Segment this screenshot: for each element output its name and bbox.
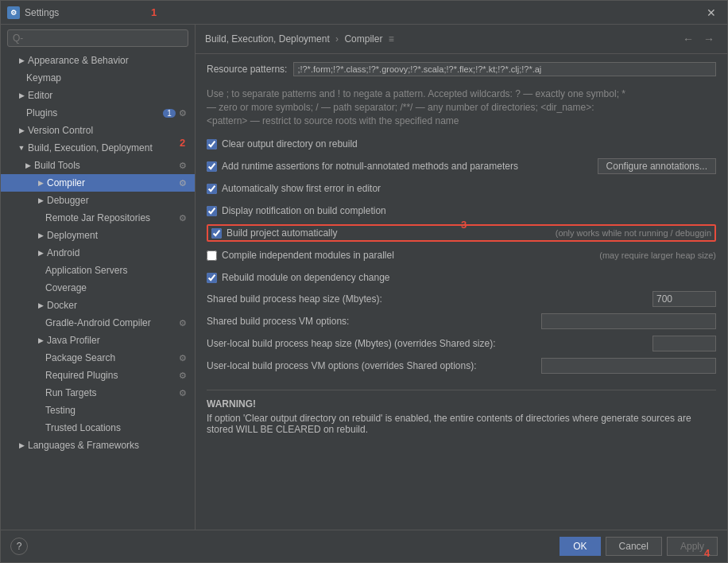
resource-patterns-input[interactable] xyxy=(293,62,716,76)
add-runtime-checkbox[interactable] xyxy=(207,161,217,172)
sidebar-item-remote-jar[interactable]: Remote Jar Repositories ⚙ xyxy=(1,209,195,227)
add-runtime-label[interactable]: Add runtime assertions for notnull-annot… xyxy=(222,161,591,172)
clear-output-row: Clear output directory on rebuild xyxy=(207,135,716,153)
gear-icon: ⚙ xyxy=(177,160,188,171)
expand-arrow: ▶ xyxy=(36,248,45,258)
gear-icon: ⚙ xyxy=(177,107,188,118)
breadcrumb: Build, Execution, Deployment › Compiler … xyxy=(205,33,680,45)
close-button[interactable]: ✕ xyxy=(702,5,721,21)
shared-vm-input[interactable] xyxy=(541,313,716,329)
gear-icon: ⚙ xyxy=(177,370,188,381)
sidebar-item-build-tools[interactable]: ▶ Build Tools ⚙ xyxy=(1,157,195,174)
sidebar-item-label: Build Tools xyxy=(34,160,176,171)
clear-output-label[interactable]: Clear output directory on rebuild xyxy=(222,138,716,149)
sidebar-item-docker[interactable]: ▶ Docker xyxy=(1,297,195,314)
breadcrumb-path: Build, Execution, Deployment xyxy=(205,33,330,45)
sidebar-item-trusted-locations[interactable]: Trusted Locations xyxy=(1,419,195,437)
configure-annotations-button[interactable]: Configure annotations... xyxy=(598,158,716,174)
forward-button[interactable]: → xyxy=(700,31,718,47)
sidebar-item-languages[interactable]: ▶ Languages & Frameworks xyxy=(1,437,195,454)
search-input[interactable] xyxy=(7,29,188,47)
apply-button[interactable]: Apply xyxy=(667,537,718,556)
rebuild-dependency-row: Rebuild module on dependency change xyxy=(207,269,716,286)
user-vm-label: User-local build process VM options (ove… xyxy=(207,360,541,371)
cancel-button[interactable]: Cancel xyxy=(606,537,662,556)
display-notification-label[interactable]: Display notification on build completion xyxy=(222,205,716,216)
expand-arrow: ▶ xyxy=(23,161,33,170)
sidebar-item-build[interactable]: ▼ Build, Execution, Deployment xyxy=(1,139,195,157)
build-auto-label[interactable]: Build project automatically xyxy=(227,227,549,239)
build-auto-checkbox[interactable] xyxy=(211,228,222,239)
rebuild-dependency-label[interactable]: Rebuild module on dependency change xyxy=(222,272,716,283)
sidebar-item-label: Docker xyxy=(47,300,188,311)
plugins-badge: 1 xyxy=(163,109,176,118)
sidebar-item-app-servers[interactable]: Application Servers xyxy=(1,262,195,279)
display-notification-row: Display notification on build completion xyxy=(207,202,716,219)
build-auto-row: Build project automatically (only works … xyxy=(207,224,716,242)
sidebar-item-editor[interactable]: ▶ Editor xyxy=(1,87,195,104)
display-notification-checkbox[interactable] xyxy=(207,206,217,216)
shared-vm-row: Shared build process VM options: xyxy=(207,313,716,329)
shared-heap-input[interactable] xyxy=(652,291,716,307)
resource-patterns-hint: Use ; to separate patterns and ! to nega… xyxy=(207,87,716,127)
nav-buttons: ← → xyxy=(680,31,718,47)
gear-icon: ⚙ xyxy=(177,352,188,363)
help-button[interactable]: ? xyxy=(10,538,28,555)
window-title: Settings xyxy=(25,7,702,18)
sidebar-item-label: Java Profiler xyxy=(47,335,188,346)
expand-arrow: ▶ xyxy=(36,178,45,188)
sidebar-item-keymap[interactable]: Keymap xyxy=(1,69,195,87)
user-heap-input[interactable] xyxy=(652,336,716,351)
compile-parallel-checkbox[interactable] xyxy=(207,250,217,261)
warning-text: If option 'Clear output directory on reb… xyxy=(207,413,716,435)
compile-parallel-row: Compile independent modules in parallel … xyxy=(207,247,716,264)
sidebar-item-required-plugins[interactable]: Required Plugins ⚙ xyxy=(1,367,195,384)
add-runtime-row: Add runtime assertions for notnull-annot… xyxy=(207,157,716,175)
sidebar-item-debugger[interactable]: ▶ Debugger xyxy=(1,192,195,209)
ok-button[interactable]: OK xyxy=(560,537,600,556)
sidebar-item-label: Required Plugins xyxy=(45,370,176,381)
breadcrumb-current: Compiler xyxy=(344,33,382,45)
clear-output-checkbox[interactable] xyxy=(207,139,217,149)
auto-show-error-checkbox[interactable] xyxy=(207,184,217,194)
sidebar-item-package-search[interactable]: Package Search ⚙ xyxy=(1,349,195,367)
sidebar-item-run-targets[interactable]: Run Targets ⚙ xyxy=(1,384,195,402)
sidebar-item-version-control[interactable]: ▶ Version Control xyxy=(1,122,195,139)
sidebar-item-label: Keymap xyxy=(26,72,188,83)
main-panel: Build, Execution, Deployment › Compiler … xyxy=(196,25,727,530)
sidebar-item-java-profiler[interactable]: ▶ Java Profiler xyxy=(1,332,195,349)
sidebar-item-label: Remote Jar Repositories xyxy=(45,212,176,223)
app-icon: ⚙ xyxy=(7,6,20,19)
expand-arrow: ▶ xyxy=(36,231,45,240)
warning-title: WARNING! xyxy=(207,398,716,410)
expand-arrow: ▶ xyxy=(36,336,45,345)
sidebar-item-label: Trusted Locations xyxy=(45,422,188,433)
auto-show-error-label[interactable]: Automatically show first error in editor xyxy=(222,183,716,194)
sidebar-item-plugins[interactable]: Plugins 1 ⚙ xyxy=(1,104,195,122)
settings-tree: ▶ Appearance & Behavior Keymap ▶ Editor … xyxy=(1,52,195,530)
sidebar-item-label: Editor xyxy=(28,90,188,101)
sidebar-item-label: Deployment xyxy=(47,230,188,241)
panel-header: Build, Execution, Deployment › Compiler … xyxy=(196,25,727,54)
shared-heap-label: Shared build process heap size (Mbytes): xyxy=(207,293,652,305)
sidebar-item-label: Coverage xyxy=(45,282,188,293)
hint-line1: Use ; to separate patterns and ! to nega… xyxy=(207,87,716,101)
compile-parallel-label[interactable]: Compile independent modules in parallel xyxy=(222,250,593,261)
expand-arrow: ▶ xyxy=(36,196,45,205)
gear-icon: ⚙ xyxy=(177,387,188,398)
sidebar-item-gradle-android[interactable]: Gradle-Android Compiler ⚙ xyxy=(1,314,195,332)
sidebar-item-testing[interactable]: Testing xyxy=(1,402,195,419)
gear-icon: ⚙ xyxy=(177,212,188,223)
sidebar-item-coverage[interactable]: Coverage xyxy=(1,279,195,297)
user-vm-input[interactable] xyxy=(541,358,716,374)
title-bar: ⚙ Settings ✕ xyxy=(1,1,727,25)
sidebar-item-android[interactable]: ▶ Android xyxy=(1,244,195,262)
sidebar-item-label: Version Control xyxy=(28,125,188,136)
sidebar-item-appearance[interactable]: ▶ Appearance & Behavior xyxy=(1,52,195,69)
auto-show-error-row: Automatically show first error in editor xyxy=(207,180,716,197)
rebuild-dependency-checkbox[interactable] xyxy=(207,273,217,283)
sidebar-item-compiler[interactable]: ▶ Compiler ⚙ xyxy=(1,174,195,192)
sidebar-item-deployment[interactable]: ▶ Deployment xyxy=(1,227,195,244)
back-button[interactable]: ← xyxy=(680,31,697,47)
expand-arrow: ▶ xyxy=(36,301,45,310)
